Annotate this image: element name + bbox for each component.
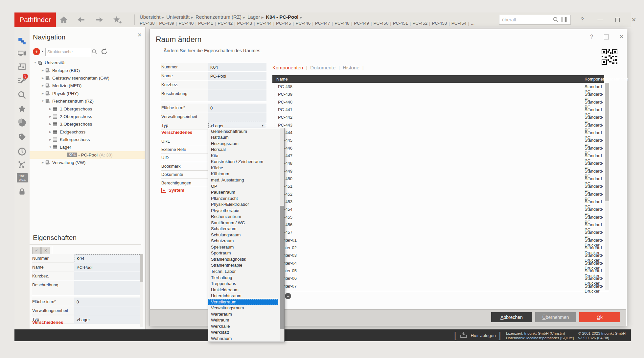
breadcrumb-item[interactable]: K04 - PC-Pool [266, 14, 298, 20]
field-value[interactable]: 0 [208, 104, 266, 112]
add-node-button[interactable]: + [33, 48, 40, 55]
tag-icon[interactable] [17, 132, 27, 142]
dropdown-option[interactable]: Pausenraum [208, 189, 284, 195]
table-row[interactable]: Printer-04Standard-Drucker [272, 259, 604, 267]
dropdown-option[interactable]: Hörsaal [208, 147, 284, 153]
pie-chart-icon[interactable] [17, 118, 27, 127]
dropdown-option[interactable]: Speiseraum [208, 244, 284, 250]
room-tab[interactable]: PC-446 [295, 21, 310, 26]
table-row[interactable]: PC-441Standard-PC [272, 106, 604, 113]
field-value[interactable] [74, 272, 141, 280]
tree-item[interactable]: ▶Verwaltung (VW) [30, 159, 145, 166]
tree-item[interactable]: ▶Biologie (BIO) [30, 66, 145, 74]
breadcrumb-item[interactable]: Übersicht [140, 14, 160, 20]
table-row[interactable]: PC-447Standard-PC [272, 152, 604, 159]
dialog-help-icon[interactable]: ? [590, 34, 593, 40]
dropdown-option[interactable]: Heizungsraum [208, 140, 284, 147]
table-row[interactable]: PC-440Standard-PC [272, 98, 604, 106]
expand-icon[interactable]: ▶ [40, 161, 45, 164]
lock-icon[interactable] [17, 187, 27, 196]
collapse-icon[interactable]: ▼ [33, 61, 37, 64]
dropdown-option[interactable]: Sanitärraum / WC [208, 220, 284, 226]
tree-item[interactable]: ▶Erdgeschoss [30, 128, 145, 136]
table-row[interactable]: PC-444Standard-PC [272, 129, 604, 136]
dropdown-option-selected[interactable]: Verteilerraum [208, 299, 278, 305]
field-value[interactable]: PC-Pool [74, 263, 141, 272]
favorites-icon[interactable] [17, 104, 27, 113]
dropdown-option[interactable]: Gemeinschaftraum [208, 128, 284, 134]
panel-close-icon[interactable]: ✕ [137, 32, 142, 38]
breadcrumb-item[interactable]: Lager [247, 14, 260, 20]
field-value[interactable] [208, 89, 266, 101]
add-node-caret-icon[interactable]: ▼ [41, 50, 44, 53]
room-tab[interactable]: PC-442 [218, 21, 233, 26]
room-tab[interactable]: PC-448 [334, 21, 350, 26]
dropdown-option[interactable]: Tierhaltung [208, 274, 284, 281]
field-value[interactable]: K04 [208, 63, 266, 71]
tasks-tools-icon[interactable]: 3 [17, 76, 27, 85]
bernehmen-button[interactable]: Übernehmen [535, 312, 576, 322]
forward-icon[interactable] [95, 15, 105, 24]
dialog-close-icon[interactable]: ✕ [619, 33, 624, 40]
global-search-input[interactable] [501, 15, 552, 24]
structure-search-input[interactable] [45, 48, 91, 56]
table-row[interactable]: PC-443Standard-PC [272, 121, 604, 129]
table-row[interactable]: PC-449Standard-PC [272, 167, 604, 175]
field-value[interactable]: >Lager [74, 315, 141, 324]
ok-button[interactable]: Ok [579, 312, 620, 322]
dropdown-option[interactable]: Sportraum [208, 250, 284, 256]
room-tab[interactable]: PC-441 [198, 21, 213, 26]
room-tab[interactable]: PC-439 [159, 21, 174, 26]
expand-icon[interactable]: ▶ [40, 77, 45, 80]
dropdown-option[interactable]: Strahlentherapie [208, 262, 284, 269]
tab-dokumente[interactable]: Dokumente [310, 65, 335, 70]
dropdown-option[interactable]: Wohnraum [208, 335, 284, 342]
dropdown-option[interactable]: Werkhalle [208, 323, 284, 329]
table-row[interactable]: Printer-05Standard-Drucker [272, 267, 604, 274]
expand-icon[interactable]: ▶ [48, 123, 53, 126]
field-value[interactable] [208, 81, 266, 89]
collapse-icon[interactable]: ▼ [48, 146, 53, 149]
dropdown-option[interactable]: Kühlraum [208, 171, 284, 177]
expand-icon[interactable]: ▶ [48, 131, 53, 133]
dropdown-option[interactable]: Kita [208, 153, 284, 159]
expand-icon[interactable]: ▶ [48, 115, 53, 118]
breadcrumb-item[interactable]: Rechenzentrum (RZ) [196, 14, 242, 20]
search-module-icon[interactable] [17, 90, 27, 100]
dropdown-option[interactable]: Schalterraum [208, 226, 284, 232]
table-row[interactable]: PC-456Standard-PC [272, 221, 604, 228]
search-icon[interactable] [553, 16, 559, 24]
barcode-icon[interactable] [561, 16, 568, 24]
dropdown-option[interactable]: Küche [208, 165, 284, 171]
expand-icon[interactable]: ▶ [40, 92, 45, 95]
dropdown-option[interactable]: OP [208, 183, 284, 189]
field-value[interactable]: K04 [74, 254, 141, 263]
dropdown-option[interactable]: Schutzraum [208, 238, 284, 244]
room-tab[interactable]: PC-438 [140, 21, 155, 26]
table-row[interactable]: PC-442Standard-PC [272, 113, 604, 121]
add-favorite-icon[interactable] [112, 15, 122, 24]
dropdown-option[interactable]: Physik-/Elektrolabor [208, 201, 284, 207]
network-icon[interactable] [17, 160, 27, 169]
abbrechen-button[interactable]: Abbrechen [491, 312, 532, 322]
remove-component-button[interactable]: − [285, 293, 291, 299]
clock-icon[interactable] [17, 147, 27, 156]
table-row[interactable]: PC-454Standard-PC [272, 205, 604, 213]
dropdown-option[interactable]: Warteraum [208, 311, 284, 317]
room-tab[interactable]: PC-445 [276, 21, 291, 26]
field-value[interactable]: PC-Pool [208, 72, 266, 80]
table-scrollbar[interactable] [605, 83, 609, 290]
back-icon[interactable] [77, 15, 87, 24]
table-row[interactable]: PC-439Standard-PC [272, 90, 604, 98]
table-row[interactable]: Printer-01Standard-Drucker [272, 236, 604, 244]
dropdown-option[interactable]: Pflanzenzucht [208, 195, 284, 202]
tab-komponenten[interactable]: Komponenten [272, 65, 303, 70]
restore-button[interactable] [613, 15, 622, 24]
table-row[interactable]: Printer-03Standard-Drucker [272, 251, 604, 259]
tree-item[interactable]: ▼Rechenzentrum (RZ) [30, 97, 145, 105]
dropdown-option[interactable]: Techn. Labor [208, 268, 284, 274]
tree-item[interactable]: ▶Geisteswissenschaften (GW) [30, 74, 145, 82]
field-value[interactable] [74, 306, 141, 315]
room-tab[interactable]: PC-440 [179, 21, 194, 26]
table-row[interactable]: Printer-06Standard-Drucker [272, 274, 604, 282]
